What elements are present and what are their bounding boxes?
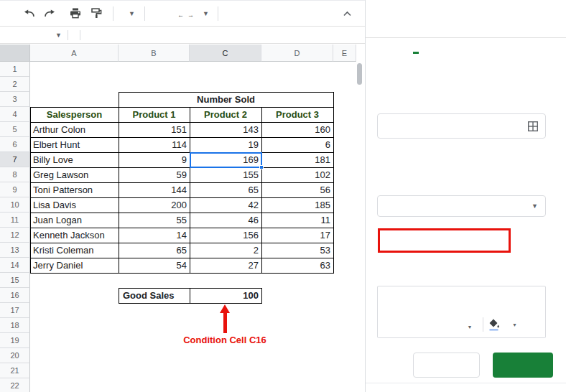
cell-A11[interactable]: Juan Logan	[30, 213, 119, 228]
cell-C10[interactable]: 42	[190, 197, 261, 213]
row-header-9[interactable]: 9	[0, 182, 30, 197]
cell-B14[interactable]: 54	[119, 258, 190, 273]
cell-table-header[interactable]: Product 1	[119, 107, 190, 122]
print-icon[interactable]	[70, 8, 81, 19]
row-header-12[interactable]: 12	[0, 228, 30, 243]
column-header-C[interactable]: C	[190, 45, 261, 62]
cell-B12[interactable]: 14	[119, 228, 190, 243]
cell-B10[interactable]: 200	[119, 197, 190, 213]
cell-A6[interactable]: Elbert Hunt	[30, 137, 119, 152]
undo-icon[interactable]	[24, 9, 36, 18]
column-header-D[interactable]: D	[261, 45, 333, 62]
column-header-B[interactable]: B	[119, 45, 190, 62]
row-header-13[interactable]: 13	[0, 243, 30, 258]
done-button[interactable]	[493, 353, 553, 378]
column-header-E[interactable]: E	[333, 45, 356, 62]
row-header-18[interactable]: 18	[0, 318, 30, 333]
cell-D10[interactable]: 185	[261, 197, 333, 213]
cell-A13[interactable]: Kristi Coleman	[30, 243, 119, 258]
cell-C11[interactable]: 46	[190, 213, 261, 228]
row-header-20[interactable]: 20	[0, 348, 30, 363]
select-range-icon[interactable]	[528, 121, 538, 131]
row-header-4[interactable]: 4	[0, 107, 30, 122]
row-header-3[interactable]: 3	[0, 92, 30, 107]
toolbar-divider	[144, 6, 145, 21]
selection-fill-handle[interactable]	[259, 165, 264, 169]
cell-A14[interactable]: Jerry Daniel	[30, 258, 119, 273]
cell-table-header[interactable]: Salesperson	[30, 107, 119, 122]
cell-C12[interactable]: 156	[190, 228, 261, 243]
cell-B8[interactable]: 59	[119, 167, 190, 182]
cell-A5[interactable]: Arthur Colon	[30, 122, 119, 137]
paint-format-icon[interactable]	[91, 8, 102, 19]
row-header-17[interactable]: 17	[0, 303, 30, 318]
cell-C13[interactable]: 2	[190, 243, 261, 258]
cell-D9[interactable]: 56	[261, 182, 333, 197]
cell-D11[interactable]: 11	[261, 213, 333, 228]
vertical-scrollbar[interactable]	[357, 63, 362, 85]
condition-dropdown[interactable]: ▼	[377, 195, 546, 217]
cell-D6[interactable]: 6	[261, 137, 333, 152]
cell-B6[interactable]: 114	[119, 137, 190, 152]
cell-D7[interactable]: 181	[261, 152, 333, 167]
cell-C8[interactable]: 155	[190, 167, 261, 182]
toolbar-divider	[113, 6, 113, 21]
cell-A9[interactable]: Toni Patterson	[30, 182, 119, 197]
cell-D12[interactable]: 17	[261, 228, 333, 243]
cell-B16[interactable]: Good Sales	[119, 288, 190, 303]
cell-table-header[interactable]: Product 3	[261, 107, 333, 122]
more-formats-button[interactable]: ▼	[200, 10, 209, 17]
row-header-16[interactable]: 16	[0, 288, 30, 303]
custom-formula-input[interactable]	[378, 228, 511, 253]
row-header-7[interactable]: 7	[0, 152, 30, 167]
row-header-1[interactable]: 1	[0, 62, 30, 77]
redo-icon[interactable]	[43, 9, 55, 18]
cancel-button[interactable]	[413, 353, 480, 378]
fill-color-button[interactable]	[488, 318, 512, 331]
row-header-10[interactable]: 10	[0, 197, 30, 213]
row-header-11[interactable]: 11	[0, 213, 30, 228]
cell-A7[interactable]: Billy Love	[30, 152, 119, 167]
cell-B9[interactable]: 144	[119, 182, 190, 197]
cell-B5[interactable]: 151	[119, 122, 190, 137]
annotation-arrow-stem	[223, 312, 227, 333]
row-header-19[interactable]: 19	[0, 333, 30, 348]
collapse-toolbar-icon[interactable]	[343, 10, 352, 17]
cell-B13[interactable]: 65	[119, 243, 190, 258]
cell-A12[interactable]: Kenneth Jackson	[30, 228, 119, 243]
row-header-14[interactable]: 14	[0, 258, 30, 273]
cell-C5[interactable]: 143	[190, 122, 261, 137]
column-header-A[interactable]: A	[30, 45, 119, 62]
style-preview	[378, 286, 545, 312]
text-color-button[interactable]: ▼	[460, 319, 478, 331]
row-header-6[interactable]: 6	[0, 137, 30, 152]
zoom-select[interactable]: ▼	[123, 10, 135, 17]
cell-B11[interactable]: 55	[119, 213, 190, 228]
cell-A10[interactable]: Lisa Davis	[30, 197, 119, 213]
cell-D8[interactable]: 102	[261, 167, 333, 182]
range-input[interactable]	[377, 113, 546, 139]
cell-C9[interactable]: 65	[190, 182, 261, 197]
divider	[366, 383, 566, 383]
cell-D5[interactable]: 160	[261, 122, 333, 137]
cell-table-header[interactable]: Product 2	[190, 107, 261, 122]
tab-color-scale[interactable]	[466, 45, 566, 56]
cell-number-sold[interactable]: Number Sold	[119, 92, 333, 107]
cell-D13[interactable]: 53	[261, 243, 333, 258]
row-header-5[interactable]: 5	[0, 122, 30, 137]
cell-D14[interactable]: 63	[261, 258, 333, 273]
tab-single-color[interactable]	[366, 45, 466, 56]
row-header-2[interactable]: 2	[0, 77, 30, 92]
row-header-15[interactable]: 15	[0, 273, 30, 288]
row-header-8[interactable]: 8	[0, 167, 30, 182]
row-header-22[interactable]: 22	[0, 378, 30, 392]
cell-B7[interactable]: 9	[119, 152, 190, 167]
formula-bar: ▼	[0, 27, 365, 44]
select-all-corner[interactable]	[0, 45, 30, 62]
row-header-21[interactable]: 21	[0, 363, 30, 378]
name-box[interactable]: ▼	[0, 32, 62, 39]
cell-C14[interactable]: 27	[190, 258, 261, 273]
cell-C6[interactable]: 19	[190, 137, 261, 152]
cell-C16[interactable]: 100	[190, 288, 261, 303]
cell-A8[interactable]: Greg Lawson	[30, 167, 119, 182]
